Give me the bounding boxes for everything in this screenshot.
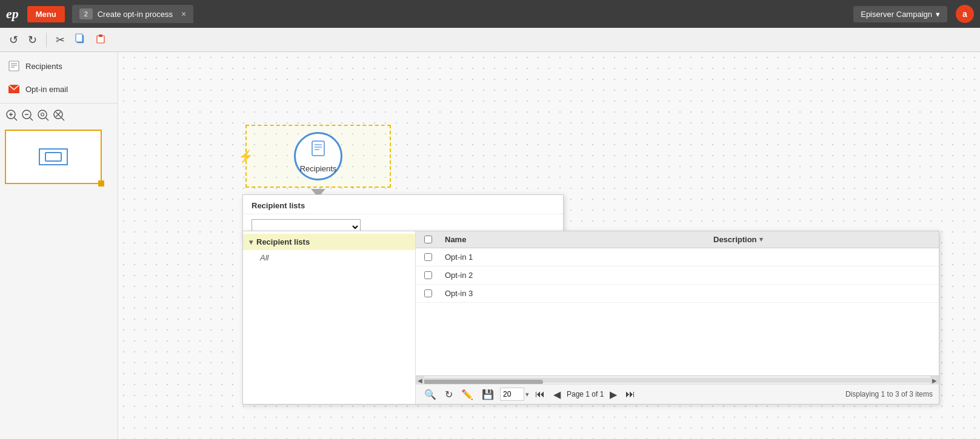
tree-parent-label: Recipient lists	[256, 237, 310, 246]
grid-footer: 🔍 ↻ ✏️ 💾 ▾ ⏮ ◀ Page 1 of 1 ▶ ⏭ Displayin…	[416, 384, 939, 404]
minimap	[5, 130, 102, 184]
topbar: ep Menu 2 Create opt-in process × Episer…	[0, 0, 980, 28]
avatar[interactable]: a	[956, 5, 974, 23]
zoom-controls	[0, 106, 118, 127]
cut-button[interactable]: ✂	[53, 31, 68, 48]
svg-rect-1	[76, 34, 82, 42]
svg-rect-23	[312, 141, 324, 156]
lightning-icon: ⚡	[238, 149, 253, 163]
tree-item-all[interactable]: All	[243, 250, 415, 265]
save-footer-btn[interactable]: 💾	[479, 388, 496, 401]
toolbar-divider	[46, 33, 47, 47]
horizontal-scrollbar[interactable]: ▶ ◀	[416, 375, 939, 384]
sidebar-recipients-label: Recipients	[25, 62, 62, 71]
minimap-handle[interactable]	[98, 180, 104, 186]
zoom-fit-button[interactable]	[36, 108, 50, 125]
row-2-checkbox[interactable]	[424, 271, 432, 279]
sort-icon: ▾	[759, 236, 763, 243]
svg-line-12	[15, 118, 18, 121]
node-circle-icon	[310, 140, 327, 160]
zoom-reset-button[interactable]	[52, 108, 65, 125]
scrollbar-track	[416, 378, 939, 383]
zoom-in-button[interactable]	[5, 108, 18, 125]
table-row[interactable]: Opt-in 2	[416, 266, 939, 285]
refresh-footer-btn[interactable]: ↻	[442, 388, 455, 401]
svg-line-18	[46, 118, 49, 121]
row-checkbox-3[interactable]	[416, 289, 440, 297]
optin-email-icon	[7, 82, 21, 96]
tab-icon: 2	[79, 8, 93, 19]
svg-rect-3	[99, 35, 102, 37]
scroll-left-btn[interactable]: ◀	[416, 376, 424, 384]
select-all-checkbox[interactable]	[424, 236, 432, 243]
chevron-down-icon: ▾	[936, 10, 940, 19]
first-page-btn[interactable]: ⏮	[533, 388, 547, 400]
grid-header-description[interactable]: Description ▾	[708, 235, 939, 244]
tab-title: Create opt-in process	[98, 10, 173, 19]
tree-panel: ▾ Recipient lists All	[243, 231, 416, 404]
logo: ep	[6, 6, 19, 22]
row-2-name: Opt-in 2	[440, 271, 939, 280]
campaign-selector[interactable]: Episerver Campaign ▾	[853, 6, 947, 22]
grid-header-checkbox[interactable]	[416, 236, 440, 243]
data-grid: Name Description ▾ Opt-in 1	[416, 231, 939, 404]
undo-button[interactable]: ↺	[6, 31, 21, 48]
svg-rect-4	[9, 61, 19, 71]
row-checkbox-2[interactable]	[416, 271, 440, 279]
row-1-name: Opt-in 1	[440, 253, 939, 262]
main-layout: Recipients Opt-in email	[0, 52, 980, 439]
page-info: Page 1 of 1	[567, 390, 604, 398]
grid-header: Name Description ▾	[416, 231, 939, 248]
row-1-checkbox[interactable]	[424, 253, 432, 261]
svg-point-16	[38, 110, 47, 119]
grid-header-name[interactable]: Name	[440, 235, 708, 244]
next-page-btn[interactable]: ▶	[607, 388, 619, 401]
scroll-right-btn[interactable]: ▶	[930, 376, 939, 384]
display-info: Displaying 1 to 3 of 3 items	[845, 390, 933, 398]
tab[interactable]: 2 Create opt-in process ×	[72, 5, 193, 23]
sidebar-divider	[0, 103, 118, 104]
node-label: Recipients	[300, 164, 337, 173]
page-size-arrow[interactable]: ▾	[525, 391, 529, 398]
row-3-checkbox[interactable]	[424, 289, 432, 297]
table-row[interactable]: Opt-in 3	[416, 285, 939, 303]
menu-button[interactable]: Menu	[27, 6, 65, 22]
svg-line-22	[62, 118, 65, 121]
sidebar-optin-label: Opt-in email	[25, 85, 68, 94]
row-3-name: Opt-in 3	[440, 289, 939, 298]
tree-child-label: All	[260, 253, 268, 262]
row-checkbox-1[interactable]	[416, 253, 440, 261]
paste-button[interactable]	[92, 31, 109, 48]
last-page-btn[interactable]: ⏭	[623, 388, 638, 400]
sidebar-item-recipients[interactable]: Recipients	[0, 54, 118, 78]
edit-footer-btn[interactable]: ✏️	[459, 388, 476, 401]
collapse-icon: ▾	[249, 238, 253, 246]
search-footer-btn[interactable]: 🔍	[422, 388, 439, 401]
redo-button[interactable]: ↻	[25, 31, 40, 48]
recipient-panel-header: Recipient lists	[243, 195, 563, 214]
zoom-out-button[interactable]	[21, 108, 34, 125]
svg-line-15	[30, 118, 33, 121]
svg-point-17	[41, 113, 44, 116]
sidebar-item-optin-email[interactable]: Opt-in email	[0, 78, 118, 101]
campaign-label: Episerver Campaign	[861, 10, 932, 19]
recipients-icon	[7, 59, 21, 73]
canvas[interactable]: ⚡ Recipients Recipient lists	[118, 52, 980, 439]
minimap-node	[39, 148, 68, 165]
close-icon[interactable]: ×	[181, 9, 186, 19]
split-panel: ▾ Recipient lists All Name Description	[242, 231, 939, 404]
page-size-input[interactable]	[500, 388, 524, 401]
table-row[interactable]: Opt-in 1	[416, 248, 939, 266]
toolbar: ↺ ↻ ✂	[0, 28, 980, 52]
scrollbar-thumb[interactable]	[422, 380, 543, 384]
node-container: ⚡ Recipients	[245, 125, 391, 188]
recipients-node[interactable]: ⚡ Recipients	[245, 125, 391, 197]
copy-button[interactable]	[72, 31, 88, 48]
node-circle[interactable]: Recipients	[294, 132, 342, 180]
grid-empty-area	[416, 303, 939, 375]
prev-page-btn[interactable]: ◀	[551, 388, 563, 401]
tree-item-recipient-lists[interactable]: ▾ Recipient lists	[243, 234, 415, 250]
sidebar: Recipients Opt-in email	[0, 52, 118, 439]
